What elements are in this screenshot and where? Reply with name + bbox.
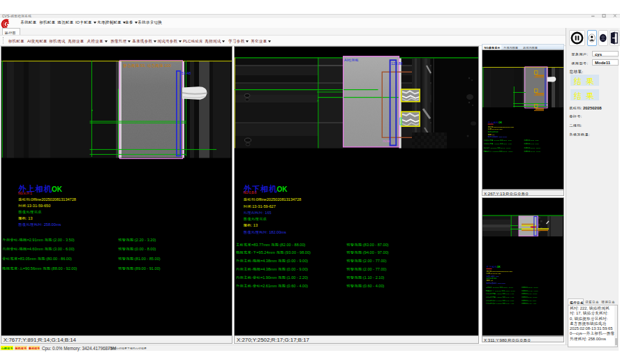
svg-text:预警范围:(0.60 - 4.00): 预警范围:(0.60 - 4.00) (522, 302, 537, 305)
svg-text:外侧音标-隔膜=2.91mm 范围:(2.00 - 3.50: 外侧音标-隔膜=2.91mm 范围:(2.00 - 3.50) (483, 139, 512, 142)
svg-text:预警范围:(94.00 - 97.00): 预警范围:(94.00 - 97.00) (522, 289, 538, 292)
svg-text:预警范围:(2.20 - 3.20): 预警范围:(2.20 - 3.20) (524, 139, 540, 142)
svg-text:7.94: 7.94 (522, 217, 526, 220)
svg-text:图像处理耗时: 182.00ms: 图像处理耗时: 182.00ms (487, 282, 506, 285)
svg-text:53.48: 53.48 (182, 71, 191, 75)
svg-text:外上相机OK: 外上相机OK (488, 121, 503, 124)
svg-text:外侧主板-隔膜=4.38mm 范围:(0.00 - 9.00: 外侧主板-隔膜=4.38mm 范围:(0.00 - 9.00) (486, 292, 515, 295)
svg-text:图像处理耗时: 258.00ms: 图像处理耗时: 258.00ms (488, 135, 508, 138)
svg-text:外侧主板-音标=2.61mm 范围:(0.60 - 4.00: 外侧主板-音标=2.61mm 范围:(0.60 - 4.00) (486, 302, 515, 305)
svg-text:隔膜宽度-上=90.56mm 范围:(88.00 - 92.: 隔膜宽度-上=90.56mm 范围:(88.00 - 92.00) (483, 150, 512, 153)
svg-text:123.88: 123.88 (391, 61, 403, 66)
svg-text:圈数: 13: 圈数: 13 (487, 279, 494, 282)
svg-text:时间:13-31-59-650: 时间:13-31-59-650 (488, 128, 503, 130)
svg-text:预警范围:(1.10 - 2.10): 预警范围:(1.10 - 2.10) (522, 299, 537, 302)
svg-text:处理AI耗时: 165: 处理AI耗时: 165 (487, 275, 500, 278)
svg-text:预警范围:(83.00 - 87.00): 预警范围:(83.00 - 87.00) (522, 286, 538, 289)
svg-text:内侧主板-隔膜=4.38mm 范围:(0.00 - 9.00: 内侧主板-隔膜=4.38mm 范围:(0.00 - 9.00) (486, 296, 515, 298)
svg-text:蓝柱码:0ffline2025020813134728: 蓝柱码:0ffline2025020813134728 (487, 270, 513, 273)
svg-text:预警范围:(89.00 - 91.00): 预警范围:(89.00 - 91.00) (524, 150, 541, 153)
svg-text:内侧主板-音标=1.90mm 范围:(1.00 - 2.20: 内侧主板-音标=1.90mm 范围:(1.00 - 2.20) (486, 300, 515, 302)
svg-text:音标宽度=83.05mm 范围:(80.00 - 86.00: 音标宽度=83.05mm 范围:(80.00 - 86.00) (483, 147, 510, 149)
svg-text:时间:13-31-59-627: 时间:13-31-59-627 (487, 272, 501, 275)
svg-text:内侧音标-隔膜=4.60mm 范围:(3.00 - 6.00: 内侧音标-隔膜=4.60mm 范围:(3.00 - 6.00) (483, 142, 512, 145)
svg-text:预警范围:(81.00 - 85.00): 预警范围:(81.00 - 85.00) (524, 146, 541, 149)
svg-text:75.94: 75.94 (383, 139, 390, 143)
svg-text:蓝柱码:0ffline2025020813134728: 蓝柱码:0ffline2025020813134728 (488, 126, 515, 128)
svg-text:AI检测框: AI检测框 (344, 58, 359, 62)
svg-text:外下相机OK: 外下相机OK (487, 265, 501, 268)
svg-text:预警范围:(2.00 - 77.00): 预警范围:(2.00 - 77.00) (522, 292, 538, 295)
svg-text:图像处理完成: 图像处理完成 (488, 130, 499, 133)
svg-text:预警范围:(2.00 - 77.00): 预警范围:(2.00 - 77.00) (522, 296, 538, 298)
svg-text:隔膜宽度-下=95.24mm 范围:(93.00 - 98.: 隔膜宽度-下=95.24mm 范围:(93.00 - 98.00) (486, 289, 515, 292)
svg-text:圈数: 13: 圈数: 13 (488, 133, 495, 136)
svg-text:预警范围:(0.00 - 8.00): 预警范围:(0.00 - 8.00) (524, 142, 540, 145)
svg-text:图像处理完成: 图像处理完成 (487, 277, 498, 280)
svg-text:静态阈值:93, 动态阈值:100: 静态阈值:93, 动态阈值:100 (123, 63, 171, 68)
svg-text:主板宽度=83.77mm 范围:(82.00 - 88.00: 主板宽度=83.77mm 范围:(82.00 - 88.00) (486, 287, 513, 289)
